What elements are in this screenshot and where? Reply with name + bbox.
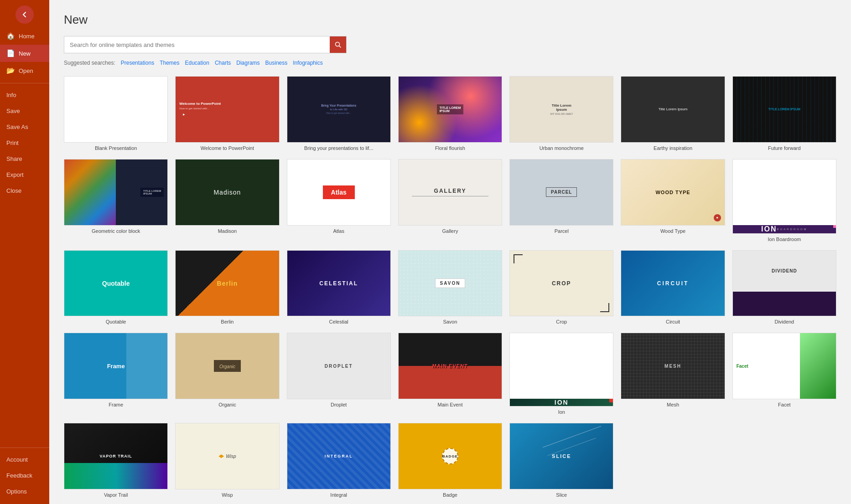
open-icon: 📂: [6, 67, 15, 75]
suggested-link-diagrams[interactable]: Diagrams: [236, 60, 259, 66]
template-parcel[interactable]: PARCEL Parcel: [509, 159, 613, 242]
template-future[interactable]: TITLE LOREM IPSUM Future forward: [732, 76, 836, 151]
search-input[interactable]: [64, 37, 330, 52]
template-facet[interactable]: Facet Facet: [732, 333, 836, 415]
template-earthy[interactable]: Title Lorem Ipsum Earthy inspiration: [621, 76, 725, 151]
search-icon: [335, 41, 341, 48]
template-atlas[interactable]: Atlas Atlas: [287, 159, 391, 242]
main-content: New Suggested searches: Presentations Th…: [49, 0, 851, 504]
new-icon: 📄: [6, 49, 15, 57]
template-dividend[interactable]: DIVIDEND Dividend: [732, 250, 836, 325]
template-grid: Blank Presentation Welcome to PowerPoint…: [64, 76, 836, 498]
template-slice[interactable]: SLICE Slice: [509, 423, 613, 498]
suggested-link-presentations[interactable]: Presentations: [121, 60, 154, 66]
sidebar-item-share[interactable]: Share: [0, 151, 49, 167]
template-savon[interactable]: SAVON Savon: [398, 250, 502, 325]
suggested-link-education[interactable]: Education: [185, 60, 209, 66]
sidebar-divider-2: [0, 447, 49, 448]
template-circuit[interactable]: CIRCUIT Circuit: [621, 250, 725, 325]
template-floral[interactable]: TITLE LOREM IPSUM Floral flourish: [398, 76, 502, 151]
sidebar-item-close[interactable]: Close: [0, 183, 49, 199]
sidebar-secondary-nav: Info Save Save As Print Share Export Clo…: [0, 87, 49, 199]
sidebar-nav: 🏠 Home 📄 New 📂 Open: [0, 27, 49, 79]
template-welcome[interactable]: Welcome to PowerPoint How to get started…: [175, 76, 279, 151]
template-berlin[interactable]: Berlin Berlin: [175, 250, 279, 325]
template-gallery[interactable]: GALLERY Gallery: [398, 159, 502, 242]
suggested-link-charts[interactable]: Charts: [215, 60, 231, 66]
template-integral[interactable]: INTEGRAL Integral: [287, 423, 391, 498]
template-urban[interactable]: Title Lorem Ipsum SIT DOLOR AMET Urban m…: [509, 76, 613, 151]
template-organic[interactable]: Organic Organic: [175, 333, 279, 415]
template-ion2[interactable]: ION Ion: [509, 333, 613, 415]
sidebar-item-print[interactable]: Print: [0, 135, 49, 151]
template-blank[interactable]: Blank Presentation: [64, 76, 168, 151]
template-mainevent[interactable]: MAIN EVENT Main Event: [398, 333, 502, 415]
template-frame[interactable]: Frame Frame: [64, 333, 168, 415]
template-mesh[interactable]: MESH Mesh: [621, 333, 725, 415]
template-3d[interactable]: Bring Your Presentations to Life with 3D…: [287, 76, 391, 151]
template-badge[interactable]: BADGE Badge: [398, 423, 502, 498]
sidebar-item-export[interactable]: Export: [0, 167, 49, 183]
template-ion[interactable]: ION BOARDROOM Ion Boardroom: [732, 159, 836, 242]
sidebar-divider: [0, 83, 49, 83]
sidebar-item-saveas[interactable]: Save As: [0, 119, 49, 135]
search-bar: [64, 36, 347, 53]
sidebar-bottom: Account Feedback Options: [0, 444, 49, 504]
template-madison[interactable]: Madison Madison: [175, 159, 279, 242]
suggested-link-themes[interactable]: Themes: [160, 60, 179, 66]
search-button[interactable]: [330, 36, 346, 53]
home-icon: 🏠: [6, 32, 15, 40]
template-quotable[interactable]: Quotable Quotable: [64, 250, 168, 325]
template-geo[interactable]: TITLE LOREM IPSUM Geometric color block: [64, 159, 168, 242]
suggested-link-infographics[interactable]: Infographics: [293, 60, 322, 66]
sidebar-item-account[interactable]: Account: [0, 452, 49, 468]
template-woodtype[interactable]: WOOD TYPE ● Wood Type: [621, 159, 725, 242]
template-wisp[interactable]: Wisp Wisp: [175, 423, 279, 498]
suggested-label: Suggested searches:: [64, 60, 115, 66]
template-crop[interactable]: CROP Crop: [509, 250, 613, 325]
sidebar-item-info[interactable]: Info: [0, 87, 49, 103]
template-celestial[interactable]: CELESTIAL Celestial: [287, 250, 391, 325]
sidebar-item-feedback[interactable]: Feedback: [0, 468, 49, 483]
sidebar-item-options[interactable]: Options: [0, 483, 49, 499]
sidebar-item-new[interactable]: 📄 New: [0, 45, 49, 62]
sidebar-item-save[interactable]: Save: [0, 103, 49, 119]
svg-line-1: [339, 46, 341, 48]
sidebar-item-home[interactable]: 🏠 Home: [0, 27, 49, 45]
suggested-link-business[interactable]: Business: [265, 60, 288, 66]
suggested-searches: Suggested searches: Presentations Themes…: [64, 60, 836, 66]
template-droplet[interactable]: DROPLET Droplet: [287, 333, 391, 415]
back-button[interactable]: [16, 5, 34, 24]
page-title: New: [64, 13, 836, 27]
template-vapor[interactable]: VAPOR TRAIL Vapor Trail: [64, 423, 168, 498]
sidebar: 🏠 Home 📄 New 📂 Open Info Save Save As Pr…: [0, 0, 49, 504]
sidebar-item-open[interactable]: 📂 Open: [0, 62, 49, 79]
